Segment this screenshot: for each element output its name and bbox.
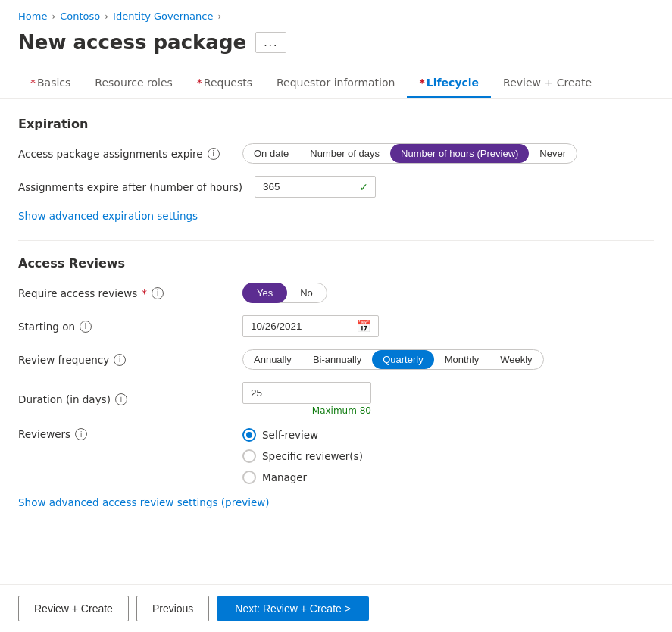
access-reviews-title: Access Reviews: [18, 256, 654, 271]
assignments-expire-label: Access package assignments expire i: [18, 148, 230, 160]
require-access-reviews-row: Require access reviews * i Yes No: [18, 283, 654, 303]
tab-basics[interactable]: *Basics: [18, 69, 83, 98]
assignments-expire-row: Access package assignments expire i On d…: [18, 143, 654, 164]
breadcrumb-home[interactable]: Home: [18, 11, 47, 22]
review-frequency-row: Review frequency i Annually Bi-annually …: [18, 349, 654, 370]
expire-after-input[interactable]: [255, 176, 376, 198]
expire-never-btn[interactable]: Never: [529, 144, 577, 163]
show-advanced-expiration-link[interactable]: Show advanced expiration settings: [18, 210, 198, 222]
freq-weekly-btn[interactable]: Weekly: [489, 350, 542, 369]
breadcrumb-governance[interactable]: Identity Governance: [113, 11, 213, 22]
review-frequency-label: Review frequency i: [18, 354, 230, 366]
ellipsis-button[interactable]: ...: [255, 32, 286, 53]
radio-manager-label: Manager: [262, 471, 307, 483]
freq-biannually-btn[interactable]: Bi-annually: [302, 350, 372, 369]
frequency-toggle-group: Annually Bi-annually Quarterly Monthly W…: [242, 349, 544, 370]
starting-on-input-wrap: 📅: [242, 315, 379, 337]
show-advanced-access-review: Show advanced access review settings (pr…: [18, 496, 654, 508]
section-divider: [18, 240, 654, 241]
freq-quarterly-btn[interactable]: Quarterly: [372, 350, 433, 369]
radio-self-review-label: Self-review: [262, 429, 318, 441]
radio-specific-reviewer[interactable]: Specific reviewer(s): [242, 449, 363, 463]
expire-after-check-icon: ✓: [359, 181, 368, 193]
yes-button[interactable]: Yes: [242, 283, 287, 303]
expire-after-row: Assignments expire after (number of hour…: [18, 176, 654, 198]
tabs-container: *Basics Resource roles *Requests Request…: [0, 69, 672, 99]
page-header: New access package ...: [0, 28, 672, 69]
expire-number-days-btn[interactable]: Number of days: [299, 144, 390, 163]
expire-after-label: Assignments expire after (number of hour…: [18, 181, 242, 193]
breadcrumb: Home › Contoso › Identity Governance ›: [0, 0, 672, 28]
previous-button[interactable]: Previous: [136, 596, 209, 621]
expiration-section: Expiration Access package assignments ex…: [18, 117, 654, 222]
starting-on-label: Starting on i: [18, 321, 230, 333]
tab-requestor-info[interactable]: Requestor information: [264, 69, 407, 98]
tab-resource-roles[interactable]: Resource roles: [83, 69, 184, 98]
next-review-create-button[interactable]: Next: Review + Create >: [217, 596, 369, 621]
expire-on-date-btn[interactable]: On date: [243, 144, 299, 163]
access-reviews-section: Access Reviews Require access reviews * …: [18, 256, 654, 508]
radio-manager[interactable]: Manager: [242, 471, 363, 484]
radio-self-review-circle: [242, 428, 256, 442]
duration-wrap: Maximum 80: [242, 382, 371, 416]
require-access-reviews-info-icon[interactable]: i: [152, 287, 164, 299]
radio-specific-reviewer-circle: [242, 449, 256, 463]
freq-annually-btn[interactable]: Annually: [243, 350, 302, 369]
expire-toggle-group: On date Number of days Number of hours (…: [242, 143, 577, 164]
footer-bar: Review + Create Previous Next: Review + …: [0, 584, 672, 632]
tab-lifecycle[interactable]: *Lifecycle: [407, 69, 491, 98]
require-access-reviews-label: Require access reviews * i: [18, 287, 230, 299]
duration-input[interactable]: [242, 382, 371, 404]
main-content: Expiration Access package assignments ex…: [0, 99, 672, 539]
starting-on-info-icon[interactable]: i: [80, 321, 92, 333]
duration-info-icon[interactable]: i: [115, 393, 127, 405]
reviewers-label: Reviewers i: [18, 428, 230, 440]
reviewers-row: Reviewers i Self-review Specific reviewe…: [18, 428, 654, 484]
breadcrumb-contoso[interactable]: Contoso: [60, 11, 100, 22]
breadcrumb-sep3: ›: [217, 11, 221, 22]
breadcrumb-sep1: ›: [52, 11, 55, 22]
tab-requests[interactable]: *Requests: [185, 69, 264, 98]
radio-specific-reviewer-label: Specific reviewer(s): [262, 450, 363, 462]
breadcrumb-sep2: ›: [105, 11, 108, 22]
tab-review-create[interactable]: Review + Create: [491, 69, 604, 98]
expiration-title: Expiration: [18, 117, 654, 131]
require-star: *: [142, 287, 147, 299]
review-create-button[interactable]: Review + Create: [18, 596, 129, 621]
radio-self-review[interactable]: Self-review: [242, 428, 363, 442]
duration-label: Duration (in days) i: [18, 393, 230, 405]
expire-after-input-wrap: ✓: [255, 176, 376, 198]
freq-monthly-btn[interactable]: Monthly: [434, 350, 490, 369]
radio-manager-circle: [242, 471, 256, 484]
duration-max-label: Maximum 80: [242, 405, 371, 416]
page-title: New access package: [18, 31, 246, 54]
show-advanced-access-review-link[interactable]: Show advanced access review settings (pr…: [18, 496, 270, 508]
review-frequency-info-icon[interactable]: i: [114, 354, 126, 366]
duration-row: Duration (in days) i Maximum 80: [18, 382, 654, 416]
no-button[interactable]: No: [286, 283, 327, 302]
assignments-expire-info-icon[interactable]: i: [208, 148, 220, 160]
reviewers-radio-group: Self-review Specific reviewer(s) Manager: [242, 428, 363, 484]
starting-on-row: Starting on i 📅: [18, 315, 654, 337]
calendar-icon[interactable]: 📅: [356, 319, 371, 333]
reviewers-info-icon[interactable]: i: [75, 428, 87, 440]
expire-number-hours-btn[interactable]: Number of hours (Preview): [390, 144, 529, 163]
show-advanced-expiration: Show advanced expiration settings: [18, 210, 654, 222]
yes-no-group: Yes No: [242, 283, 327, 303]
